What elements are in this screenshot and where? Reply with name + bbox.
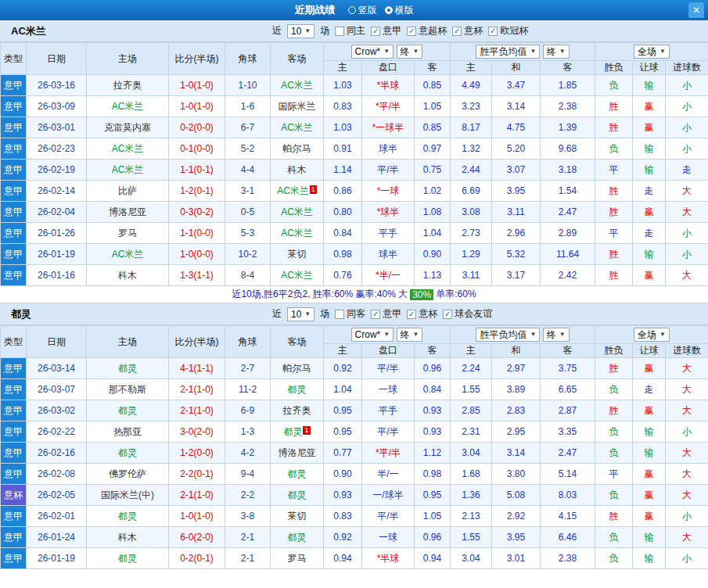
dropdown-arrow-icon: ▼ [304, 26, 311, 37]
goals-result-cell: 小 [666, 506, 708, 527]
over-rate-badge: 30% [410, 289, 433, 300]
avg-time-select[interactable]: 终▼ [543, 328, 570, 342]
filter-checkbox[interactable]: ✓意甲 [371, 307, 401, 321]
team-label: 国际米兰 [279, 101, 316, 112]
team-label: 比萨 [118, 185, 137, 196]
layout-radio-vertical[interactable]: 竖版 [348, 4, 377, 17]
result-cell: 胜 [595, 117, 633, 138]
odds-away-cell: 1.05 [415, 96, 451, 117]
odds-group-header: Crow*▼ 终▼ [324, 326, 451, 344]
avg-odds-select[interactable]: 胜平负均值▼ [476, 45, 540, 59]
odds-time-select[interactable]: 终▼ [397, 328, 423, 342]
avg-time-select[interactable]: 终▼ [543, 45, 570, 59]
handicap-result-cell: 输 [633, 138, 666, 160]
layout-radio-horizontal[interactable]: 横版 [385, 4, 414, 17]
corner-cell: 4-2 [225, 443, 271, 464]
avg-away-cell: 2.38 [541, 96, 595, 117]
sub-col-header: 客 [541, 61, 595, 75]
away-team-cell: 都灵 [271, 379, 324, 400]
avg-odds-select[interactable]: 胜平负均值▼ [476, 328, 540, 342]
date-cell: 26-01-24 [27, 527, 87, 548]
home-team-cell: 都灵 [87, 506, 169, 527]
team-label: 都灵 [118, 405, 137, 416]
handicap-result-cell: 赢 [633, 96, 666, 117]
odds-away-cell: 0.95 [415, 485, 451, 506]
match-count-select[interactable]: 10▼ [287, 307, 314, 321]
team-label: 热那亚 [113, 426, 142, 437]
select-value: 10 [291, 26, 301, 37]
odds-home-cell: 0.76 [324, 265, 362, 286]
match-count-select[interactable]: 10▼ [287, 24, 314, 38]
avg-draw-cell: 3.89 [492, 379, 541, 400]
odds-home-cell: 0.77 [324, 443, 362, 464]
odds-away-cell: 0.90 [415, 244, 451, 265]
red-card-badge: 1 [303, 426, 310, 435]
league-type-cell: 意甲 [1, 96, 27, 117]
checkbox-label: 意甲 [383, 307, 401, 321]
league-type-cell: 意甲 [1, 138, 27, 160]
handicap-cell: 平手 [362, 223, 415, 244]
avg-draw-cell: 3.17 [492, 265, 541, 286]
match-row: 意甲26-03-09AC米兰1-0(1-0)1-6国际米兰0.83*平/半1.0… [1, 96, 708, 117]
avg-away-cell: 5.14 [541, 464, 595, 485]
goals-result-cell: 大 [666, 181, 708, 202]
score-cell: 1-0(1-0) [169, 506, 225, 527]
odds-away-cell: 1.02 [415, 181, 451, 202]
match-row: 意甲26-02-23AC米兰0-1(0-0)5-2帕尔马0.91球半0.971.… [1, 138, 708, 160]
filter-checkbox[interactable]: ✓意杯 [407, 307, 437, 321]
league-type-cell: 意甲 [1, 464, 27, 485]
away-team-cell: 罗马 [271, 548, 324, 569]
match-row: 意杯26-02-05国际米兰(中)2-1(1-0)2-2都灵0.93一/球半0.… [1, 485, 708, 506]
match-row: 意甲26-02-08佛罗伦萨2-2(0-1)9-4都灵0.90半/一0.981.… [1, 464, 708, 485]
odds-home-cell: 0.80 [324, 202, 362, 223]
date-cell: 26-01-19 [27, 244, 87, 265]
score-cell: 2-2(0-1) [169, 464, 225, 485]
team-label: 拉齐奥 [283, 405, 311, 416]
filter-checkbox[interactable]: ✓欧冠杯 [488, 24, 528, 38]
avg-home-cell: 6.69 [451, 181, 492, 202]
scope-group-header: 全场▼ [595, 43, 708, 61]
checkbox-label: 同主 [347, 24, 365, 38]
matches-table: 类型日期主场比分(半场)角球客场Crow*▼ 终▼胜平负均值▼ 终▼全场▼主盘口… [0, 42, 708, 286]
league-type-cell: 意甲 [1, 160, 27, 181]
match-scope-select[interactable]: 全场▼ [634, 45, 670, 59]
dropdown-arrow-icon: ▼ [559, 46, 566, 57]
avg-home-cell: 3.04 [451, 443, 492, 464]
filter-checkbox[interactable]: ✓意甲 [371, 24, 401, 38]
table-header-row: 类型日期主场比分(半场)角球客场Crow*▼ 终▼胜平负均值▼ 终▼全场▼ [1, 43, 708, 61]
close-button[interactable]: ✕ [688, 2, 704, 18]
sub-col-header: 盘口 [362, 344, 415, 358]
goals-result-cell: 大 [666, 485, 708, 506]
handicap-result-cell: 走 [633, 223, 666, 244]
handicap-result-cell: 输 [633, 160, 666, 181]
select-value: 全场 [638, 46, 656, 57]
handicap-result-cell: 输 [633, 443, 666, 464]
match-scope-select[interactable]: 全场▼ [634, 328, 670, 342]
goals-result-cell: 小 [666, 548, 708, 569]
odds-company-select[interactable]: Crow*▼ [351, 45, 394, 59]
avg-away-cell: 3.75 [541, 358, 595, 379]
odds-away-cell: 1.12 [415, 443, 451, 464]
filter-checkbox[interactable]: 同客 [335, 307, 365, 321]
odds-company-select[interactable]: Crow*▼ [351, 328, 394, 342]
sub-col-header: 让球 [633, 61, 666, 75]
date-cell: 26-02-16 [27, 443, 87, 464]
filter-checkbox[interactable]: ✓球会友谊 [443, 307, 492, 321]
avg-draw-cell: 3.95 [492, 181, 541, 202]
select-value: Crow* [355, 46, 381, 57]
avg-home-cell: 2.44 [451, 160, 492, 181]
away-team-cell: 帕尔马 [271, 358, 324, 379]
radio-icon [348, 6, 356, 14]
odds-time-select[interactable]: 终▼ [397, 45, 423, 59]
date-cell: 26-03-16 [27, 75, 87, 96]
filter-checkbox[interactable]: 同主 [335, 24, 365, 38]
date-cell: 26-02-23 [27, 138, 87, 160]
odds-away-cell: 0.98 [415, 464, 451, 485]
filter-checkbox[interactable]: ✓意杯 [452, 24, 483, 38]
goals-result-cell: 大 [666, 400, 708, 421]
team-label: 都灵 [288, 532, 307, 543]
filter-checkbox[interactable]: ✓意超杯 [407, 24, 447, 38]
sub-col-header: 客 [415, 61, 451, 75]
away-team-cell: AC米兰 [271, 117, 324, 138]
team-sections: AC米兰近10▼场同主✓意甲✓意超杯✓意杯✓欧冠杯类型日期主场比分(半场)角球客… [0, 20, 708, 569]
